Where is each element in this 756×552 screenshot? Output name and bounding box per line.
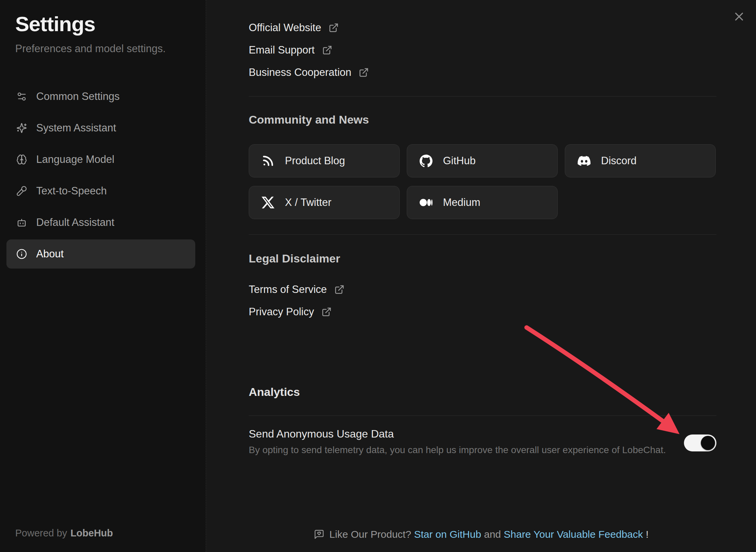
sidebar-item-language-model[interactable]: Language Model <box>6 145 195 174</box>
external-link-icon <box>334 284 344 295</box>
main-panel: Contact Us Official Website Email Suppor… <box>206 0 756 552</box>
sidebar-item-system-assistant[interactable]: System Assistant <box>6 113 195 143</box>
button-label: Product Blog <box>285 155 345 167</box>
community-heading: Community and News <box>249 112 369 127</box>
divider <box>249 234 716 235</box>
github-icon <box>419 154 433 168</box>
usage-data-description: By opting to send telemetry data, you ca… <box>249 445 666 455</box>
sparkles-icon <box>16 123 27 133</box>
star-on-github-link[interactable]: Star on GitHub <box>414 529 481 540</box>
message-heart-icon <box>314 529 325 540</box>
medium-button[interactable]: Medium <box>407 186 558 219</box>
share-feedback-link[interactable]: Share Your Valuable Feedback <box>504 529 643 540</box>
sidebar-item-label: Language Model <box>36 153 114 166</box>
button-label: GitHub <box>443 155 475 167</box>
github-button[interactable]: GitHub <box>407 144 558 177</box>
sliders-icon <box>16 91 27 102</box>
toggle-knob <box>701 436 715 450</box>
settings-modal: Settings Preferences and model settings.… <box>0 0 756 552</box>
contact-us-heading: Contact Us <box>249 0 309 2</box>
link-label: Official Website <box>249 22 321 34</box>
sidebar-item-text-to-speech[interactable]: Text-to-Speech <box>6 176 195 206</box>
terms-of-service-link[interactable]: Terms of Service <box>249 282 344 297</box>
product-blog-button[interactable]: Product Blog <box>249 144 400 177</box>
sidebar: Settings Preferences and model settings.… <box>0 0 206 552</box>
divider <box>249 96 716 97</box>
footer-text: ! <box>643 529 649 540</box>
x-twitter-button[interactable]: X / Twitter <box>249 186 400 219</box>
footer: Like Our Product? Star on GitHub and Sha… <box>206 527 756 542</box>
discord-icon <box>577 154 591 168</box>
discord-button[interactable]: Discord <box>565 144 716 177</box>
close-icon <box>733 11 745 22</box>
sidebar-item-label: System Assistant <box>36 122 116 134</box>
link-label: Business Cooperation <box>249 66 351 79</box>
brain-icon <box>16 154 27 165</box>
sidebar-item-label: Default Assistant <box>36 216 114 229</box>
usage-data-label: Send Anonymous Usage Data <box>249 427 394 440</box>
page-title: Settings <box>15 12 95 36</box>
powered-by-text: Powered by <box>15 528 67 538</box>
sidebar-menu: Common Settings System Assistant Languag… <box>6 82 195 271</box>
sidebar-item-label: Text-to-Speech <box>36 185 107 197</box>
powered-by: Powered byLobeHub <box>15 528 113 539</box>
footer-text: and <box>481 529 504 540</box>
external-link-icon <box>329 23 339 33</box>
official-website-link[interactable]: Official Website <box>249 20 339 35</box>
sidebar-item-default-assistant[interactable]: Default Assistant <box>6 208 195 237</box>
rss-icon <box>261 154 275 168</box>
usage-data-toggle[interactable] <box>684 434 716 451</box>
external-link-icon <box>359 67 369 78</box>
brand-lobehub: LobeHub <box>70 528 113 538</box>
sidebar-item-label: Common Settings <box>36 90 119 103</box>
link-label: Terms of Service <box>249 283 327 296</box>
page-subtitle: Preferences and model settings. <box>15 41 166 56</box>
button-label: Medium <box>443 196 480 209</box>
sidebar-item-label: About <box>36 248 64 260</box>
privacy-policy-link[interactable]: Privacy Policy <box>249 304 332 319</box>
footer-text: Like Our Product? <box>329 529 414 540</box>
mic-icon <box>16 186 27 196</box>
x-twitter-icon <box>261 196 275 209</box>
info-icon <box>16 249 27 259</box>
legal-heading: Legal Disclaimer <box>249 251 340 266</box>
button-label: X / Twitter <box>285 196 331 209</box>
email-support-link[interactable]: Email Support <box>249 43 332 58</box>
close-button[interactable] <box>731 9 747 24</box>
link-label: Privacy Policy <box>249 306 314 318</box>
link-label: Email Support <box>249 44 315 56</box>
community-buttons: Product Blog GitHub Discord X / Twitter <box>249 144 716 219</box>
analytics-heading: Analytics <box>249 385 300 399</box>
external-link-icon <box>322 45 332 55</box>
bot-icon <box>16 217 27 228</box>
sidebar-item-common-settings[interactable]: Common Settings <box>6 82 195 111</box>
business-cooperation-link[interactable]: Business Cooperation <box>249 65 369 80</box>
divider <box>249 416 716 416</box>
medium-icon <box>419 196 433 209</box>
external-link-icon <box>321 307 332 317</box>
sidebar-item-about[interactable]: About <box>6 239 195 269</box>
button-label: Discord <box>601 155 637 167</box>
